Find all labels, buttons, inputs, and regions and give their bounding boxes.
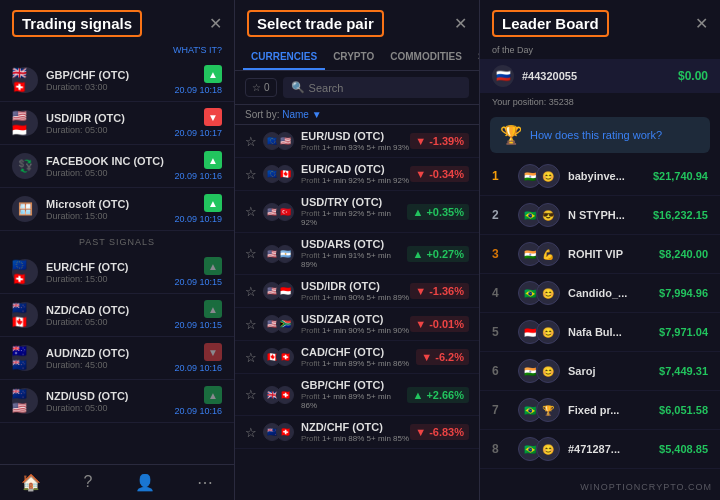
signal-flag: 💱 xyxy=(12,153,38,179)
panel2-header: Select trade pair ✕ xyxy=(235,0,479,45)
leader-item[interactable]: 4 🇧🇷 😊 Candido_... $7,994.96 xyxy=(480,274,720,313)
search-bar: ☆ 0 🔍 xyxy=(235,71,479,105)
signal-duration: Duration: 05:00 xyxy=(46,403,168,413)
signal-name: NZD/CAD (OTC) xyxy=(46,304,168,316)
pair-flags: 🇬🇧 🇨🇭 xyxy=(263,386,294,404)
leader-item[interactable]: 8 🇧🇷 😊 #471287... $5,408.85 xyxy=(480,430,720,469)
panel1-header: Trading signals ✕ xyxy=(0,0,234,45)
signal-info: Microsoft (OTC) Duration: 15:00 xyxy=(46,198,168,221)
leader-avatar: 😊 xyxy=(536,281,560,305)
pair-flags: 🇪🇺 🇺🇸 xyxy=(263,132,294,150)
what-is-it-link[interactable]: WHAT'S IT? xyxy=(0,45,234,59)
pair-change: ▼ -0.34% xyxy=(410,166,469,182)
pair-flag2: 🇨🇭 xyxy=(276,423,294,441)
past-signal-item[interactable]: 🇳🇿🇨🇦 NZD/CAD (OTC) Duration: 05:00 ▲ 20.… xyxy=(0,294,234,337)
search-input[interactable] xyxy=(309,82,461,94)
pair-star-icon[interactable]: ☆ xyxy=(245,246,257,261)
pair-flag2: 🇨🇦 xyxy=(276,165,294,183)
pair-flags: 🇺🇸 🇮🇩 xyxy=(263,282,294,300)
panel2-title: Select trade pair xyxy=(247,10,384,37)
my-flag: 🇷🇺 xyxy=(492,65,514,87)
signal-name: GBP/CHF (OTC) xyxy=(46,69,168,81)
pair-item[interactable]: ☆ 🇺🇸 🇹🇷 USD/TRY (OTC) Profit 1+ min 92% … xyxy=(235,191,479,233)
pair-name: CAD/CHF (OTC) xyxy=(301,346,416,358)
signal-duration: Duration: 05:00 xyxy=(46,168,168,178)
panel1-close-icon[interactable]: ✕ xyxy=(209,14,222,33)
leader-amount: $7,994.96 xyxy=(659,287,708,299)
home-icon[interactable]: 🏠 xyxy=(21,473,41,492)
panel3-close-icon[interactable]: ✕ xyxy=(695,14,708,33)
profile-icon[interactable]: 👤 xyxy=(135,473,155,492)
pair-name: USD/ZAR (OTC) xyxy=(301,313,410,325)
sort-bar: Sort by: Name ▼ xyxy=(235,105,479,125)
leader-item[interactable]: 5 🇮🇩 😊 Nafa Bul... $7,971.04 xyxy=(480,313,720,352)
leader-avatar: 💪 xyxy=(536,242,560,266)
pair-item[interactable]: ☆ 🇬🇧 🇨🇭 GBP/CHF (OTC) Profit 1+ min 89% … xyxy=(235,374,479,416)
pair-star-icon[interactable]: ☆ xyxy=(245,425,257,440)
leader-item[interactable]: 2 🇧🇷 😎 N STYPH... $16,232.15 xyxy=(480,196,720,235)
past-signal-item[interactable]: 🇳🇿🇺🇸 NZD/USD (OTC) Duration: 05:00 ▲ 20.… xyxy=(0,380,234,423)
pair-info: USD/IDR (OTC) Profit 1+ min 90% 5+ min 8… xyxy=(301,280,410,302)
signal-item[interactable]: 💱 FACEBOOK INC (OTC) Duration: 05:00 ▲ 2… xyxy=(0,145,234,188)
tab-crypto[interactable]: CRYPTO xyxy=(325,45,382,70)
tab-stocks[interactable]: STOCKS xyxy=(470,45,480,70)
more-icon[interactable]: ⋯ xyxy=(197,473,213,492)
leader-avatar: 😊 xyxy=(536,359,560,383)
pair-name: NZD/CHF (OTC) xyxy=(301,421,410,433)
panel2-close-icon[interactable]: ✕ xyxy=(454,14,467,33)
pair-flag2: 🇨🇭 xyxy=(276,386,294,404)
pair-flags: 🇨🇦 🇨🇭 xyxy=(263,348,294,366)
pair-item[interactable]: ☆ 🇪🇺 🇨🇦 EUR/CAD (OTC) Profit 1+ min 92% … xyxy=(235,158,479,191)
pair-star-icon[interactable]: ☆ xyxy=(245,317,257,332)
signal-direction-icon: ▼ xyxy=(204,343,222,361)
past-signal-item[interactable]: 🇪🇺🇨🇭 EUR/CHF (OTC) Duration: 15:00 ▲ 20.… xyxy=(0,251,234,294)
signal-flag: 🇦🇺🇳🇿 xyxy=(12,345,38,371)
pair-profit: Profit 1+ min 92% 5+ min 92% xyxy=(301,176,410,185)
pair-star-icon[interactable]: ☆ xyxy=(245,387,257,402)
star-filter[interactable]: ☆ 0 xyxy=(245,78,277,97)
signal-right: ▲ 20.09 10:19 xyxy=(174,194,222,224)
pair-change: ▼ -1.39% xyxy=(410,133,469,149)
tab-commodities[interactable]: COMMODITIES xyxy=(382,45,470,70)
pair-star-icon[interactable]: ☆ xyxy=(245,134,257,149)
leader-item[interactable]: 3 🇮🇳 💪 ROHIT VIP $8,240.00 xyxy=(480,235,720,274)
pair-name: EUR/USD (OTC) xyxy=(301,130,410,142)
pair-item[interactable]: ☆ 🇺🇸 🇿🇦 USD/ZAR (OTC) Profit 1+ min 90% … xyxy=(235,308,479,341)
signal-item[interactable]: 🪟 Microsoft (OTC) Duration: 15:00 ▲ 20.0… xyxy=(0,188,234,231)
past-signal-item[interactable]: 🇦🇺🇳🇿 AUD/NZD (OTC) Duration: 45:00 ▼ 20.… xyxy=(0,337,234,380)
leader-name: Saroj xyxy=(568,365,659,377)
leader-avatar: 🏆 xyxy=(536,398,560,422)
search-input-wrap: 🔍 xyxy=(283,77,469,98)
pair-star-icon[interactable]: ☆ xyxy=(245,284,257,299)
signal-name: EUR/CHF (OTC) xyxy=(46,261,168,273)
my-position: Your position: 35238 xyxy=(480,95,720,113)
how-rating-text: How does this rating work? xyxy=(530,129,662,141)
signal-item[interactable]: 🇬🇧🇨🇭 GBP/CHF (OTC) Duration: 03:00 ▲ 20.… xyxy=(0,59,234,102)
leader-item[interactable]: 7 🇧🇷 🏆 Fixed pr... $6,051.58 xyxy=(480,391,720,430)
past-signals-list: 🇪🇺🇨🇭 EUR/CHF (OTC) Duration: 15:00 ▲ 20.… xyxy=(0,251,234,423)
pair-star-icon[interactable]: ☆ xyxy=(245,350,257,365)
pair-item[interactable]: ☆ 🇳🇿 🇨🇭 NZD/CHF (OTC) Profit 1+ min 88% … xyxy=(235,416,479,449)
help-icon[interactable]: ? xyxy=(83,473,92,492)
pair-item[interactable]: ☆ 🇺🇸 🇮🇩 USD/IDR (OTC) Profit 1+ min 90% … xyxy=(235,275,479,308)
pair-star-icon[interactable]: ☆ xyxy=(245,167,257,182)
how-rating-works[interactable]: 🏆 How does this rating work? xyxy=(490,117,710,153)
signal-flag: 🇺🇸🇮🇩 xyxy=(12,110,38,136)
signal-item[interactable]: 🇺🇸🇮🇩 USD/IDR (OTC) Duration: 05:00 ▼ 20.… xyxy=(0,102,234,145)
tab-currencies[interactable]: CURRENCIES xyxy=(243,45,325,70)
pair-profit: Profit 1+ min 90% 5+ min 90% xyxy=(301,326,410,335)
pair-info: EUR/CAD (OTC) Profit 1+ min 92% 5+ min 9… xyxy=(301,163,410,185)
pair-change: ▼ -6.2% xyxy=(416,349,469,365)
pair-item[interactable]: ☆ 🇺🇸 🇦🇷 USD/ARS (OTC) Profit 1+ min 91% … xyxy=(235,233,479,275)
sort-name-link[interactable]: Name ▼ xyxy=(282,109,321,120)
signal-info: EUR/CHF (OTC) Duration: 15:00 xyxy=(46,261,168,284)
pair-profit: Profit 1+ min 89% 5+ min 86% xyxy=(301,392,407,410)
leader-rank: 3 xyxy=(492,247,510,261)
star-icon: ☆ xyxy=(252,82,261,93)
leader-item[interactable]: 6 🇮🇳 😊 Saroj $7,449.31 xyxy=(480,352,720,391)
pair-item[interactable]: ☆ 🇪🇺 🇺🇸 EUR/USD (OTC) Profit 1+ min 93% … xyxy=(235,125,479,158)
pair-star-icon[interactable]: ☆ xyxy=(245,204,257,219)
leader-item[interactable]: 1 🇮🇳 😊 babyinve... $21,740.94 xyxy=(480,157,720,196)
pair-item[interactable]: ☆ 🇨🇦 🇨🇭 CAD/CHF (OTC) Profit 1+ min 89% … xyxy=(235,341,479,374)
leader-name: N STYPH... xyxy=(568,209,653,221)
